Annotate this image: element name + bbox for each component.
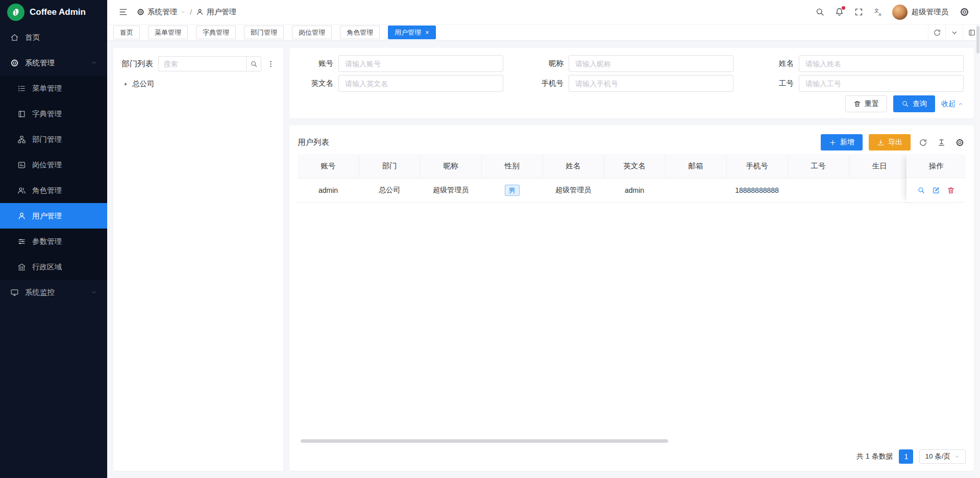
- column-header-operation: 操作: [906, 154, 966, 178]
- sidebar-item-user-mgmt[interactable]: 用户管理: [0, 203, 107, 229]
- add-user-button[interactable]: 新增: [821, 134, 863, 150]
- cell-birthday: [849, 178, 910, 203]
- department-search-button[interactable]: [246, 56, 261, 71]
- edit-user-button[interactable]: [932, 186, 940, 194]
- sidebar-menu: 首页 系统管理 菜单管理 字典管理 部门管理: [0, 24, 107, 478]
- tabbar: 首页 菜单管理 字典管理 部门管理 岗位管理 角色管理 用户管理 ×: [107, 24, 980, 41]
- window-scrollbar[interactable]: [976, 24, 980, 478]
- account-input[interactable]: [338, 55, 503, 72]
- sidebar-item-dept-mgmt[interactable]: 部门管理: [0, 127, 107, 152]
- breadcrumb-separator: /: [190, 8, 192, 16]
- avatar[interactable]: [892, 5, 908, 20]
- column-header[interactable]: 性别: [481, 154, 543, 178]
- chevron-down-icon: [954, 454, 960, 460]
- users-icon: [17, 186, 26, 195]
- reload-tab-button[interactable]: [928, 24, 945, 40]
- tab-home[interactable]: 首页: [113, 26, 140, 39]
- fullscreen-button[interactable]: [850, 4, 868, 21]
- column-header[interactable]: 工号: [788, 154, 849, 178]
- sidebar-item-system-mgmt[interactable]: 系统管理: [0, 50, 107, 76]
- column-width-button[interactable]: [935, 136, 947, 148]
- column-width-icon: [937, 138, 946, 147]
- tab-options-button[interactable]: [945, 24, 963, 40]
- button-label: 导出: [888, 138, 902, 147]
- tab-post-mgmt[interactable]: 岗位管理: [292, 26, 332, 39]
- en-name-field: 英文名: [298, 75, 503, 92]
- sidebar-item-post-mgmt[interactable]: 岗位管理: [0, 152, 107, 178]
- column-header[interactable]: 生日: [849, 154, 910, 178]
- sidebar-submenu: 菜单管理 字典管理 部门管理 岗位管理 角色管理: [0, 76, 107, 280]
- sidebar-item-param-mgmt[interactable]: 参数管理: [0, 229, 107, 254]
- column-header[interactable]: 邮箱: [665, 154, 726, 178]
- department-search-input[interactable]: [158, 56, 246, 71]
- department-more-button[interactable]: [266, 60, 275, 68]
- column-header[interactable]: 昵称: [420, 154, 481, 178]
- user-list-title: 用户列表: [298, 137, 329, 148]
- reset-button[interactable]: 重置: [845, 95, 887, 112]
- tab-menu-mgmt[interactable]: 菜单管理: [148, 26, 188, 39]
- breadcrumb-system-mgmt[interactable]: 系统管理: [137, 7, 186, 17]
- chevron-down-icon: [91, 289, 97, 295]
- work-no-input[interactable]: [799, 75, 964, 92]
- refresh-table-button[interactable]: [917, 136, 929, 148]
- view-user-button[interactable]: [917, 186, 925, 194]
- nickname-input[interactable]: [569, 55, 733, 72]
- table-header-row: 账号 部门 昵称 性别 姓名 英文名 邮箱 手机号 工号 生日: [298, 154, 910, 178]
- sidebar-item-dict-mgmt[interactable]: 字典管理: [0, 101, 107, 127]
- sidebar-item-label: 字典管理: [32, 109, 62, 119]
- column-header[interactable]: 部门: [359, 154, 420, 178]
- name-field: 姓名: [758, 55, 964, 72]
- sidebar-item-admin-region[interactable]: 行政区域: [0, 254, 107, 280]
- export-button[interactable]: 导出: [869, 134, 911, 150]
- phone-input[interactable]: [569, 75, 733, 92]
- book-icon: [17, 110, 26, 118]
- table-settings-button[interactable]: [953, 136, 966, 148]
- current-username[interactable]: 超级管理员: [912, 7, 949, 17]
- global-search-button[interactable]: [812, 4, 829, 21]
- topbar: 系统管理 / 用户管理: [107, 0, 980, 24]
- org-chart-icon: [17, 135, 26, 144]
- department-panel-title: 部门列表: [121, 59, 153, 69]
- notifications-button[interactable]: [831, 4, 848, 21]
- breadcrumb-user-mgmt[interactable]: 用户管理: [196, 7, 236, 17]
- horizontal-scrollbar[interactable]: [301, 439, 668, 443]
- page-size-select[interactable]: 10 条/页: [919, 449, 966, 464]
- tab-list: 首页 菜单管理 字典管理 部门管理 岗位管理 角色管理 用户管理 ×: [113, 26, 436, 39]
- sidebar-item-menu-mgmt[interactable]: 菜单管理: [0, 76, 107, 101]
- gear-icon: [137, 8, 144, 16]
- language-button[interactable]: [870, 4, 887, 21]
- column-header[interactable]: 账号: [298, 154, 359, 178]
- tab-dict-mgmt[interactable]: 字典管理: [196, 26, 236, 39]
- cell-name: 超级管理员: [543, 178, 604, 203]
- page-1-button[interactable]: 1: [899, 449, 913, 464]
- sidebar-item-role-mgmt[interactable]: 角色管理: [0, 178, 107, 203]
- en-name-input[interactable]: [338, 75, 503, 92]
- column-header[interactable]: 英文名: [604, 154, 665, 178]
- trash-icon: [853, 100, 861, 108]
- delete-user-button[interactable]: [947, 186, 955, 194]
- tab-dept-mgmt[interactable]: 部门管理: [244, 26, 284, 39]
- name-input[interactable]: [799, 55, 964, 72]
- window-scrollbar-thumb[interactable]: [976, 26, 979, 54]
- tab-close-icon[interactable]: ×: [425, 29, 429, 36]
- table-row[interactable]: admin 总公司 超级管理员 男 超级管理员 admin 1888888888…: [298, 178, 910, 203]
- app-logo[interactable]: Coffee Admin: [0, 0, 107, 24]
- query-button[interactable]: 查询: [893, 95, 935, 112]
- tab-role-mgmt[interactable]: 角色管理: [340, 26, 380, 39]
- tree-node-root[interactable]: 总公司: [121, 78, 275, 90]
- tab-user-mgmt[interactable]: 用户管理 ×: [388, 26, 436, 39]
- column-header[interactable]: 手机号: [726, 154, 788, 178]
- chevron-down-icon: [180, 9, 186, 15]
- page-content: 部门列表 总公司: [107, 41, 980, 478]
- sidebar-collapse-button[interactable]: [114, 4, 132, 21]
- button-label: 收起: [941, 99, 955, 109]
- tab-label: 首页: [120, 28, 133, 37]
- chevron-up-icon: [91, 60, 97, 66]
- column-header[interactable]: 姓名: [543, 154, 604, 178]
- sidebar: Coffee Admin 首页 系统管理 菜单管理 字典管理: [0, 0, 107, 478]
- collapse-form-button[interactable]: 收起: [941, 99, 964, 109]
- settings-button[interactable]: [955, 4, 973, 21]
- tab-label: 用户管理: [395, 28, 421, 37]
- sidebar-item-system-monitor[interactable]: 系统监控: [0, 280, 107, 305]
- sidebar-item-home[interactable]: 首页: [0, 24, 107, 50]
